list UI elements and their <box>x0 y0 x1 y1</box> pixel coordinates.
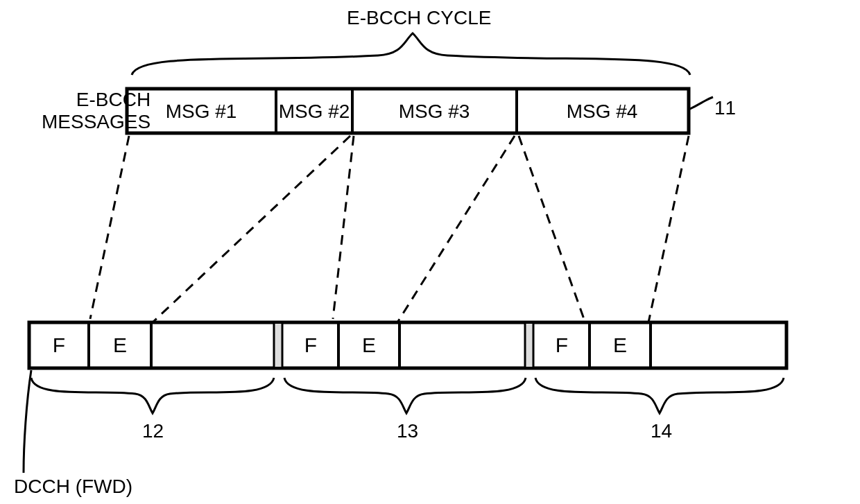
bottom-brace-14 <box>535 378 784 413</box>
brace-num-13: 13 <box>397 420 418 442</box>
slot-f-1: F <box>53 333 65 356</box>
svg-rect-14 <box>274 323 282 367</box>
msg1-label: MSG #1 <box>166 101 237 122</box>
top-brace <box>132 33 690 75</box>
bottom-brace-12 <box>31 378 274 413</box>
slot-e-1: E <box>113 333 127 356</box>
svg-line-7 <box>333 136 354 319</box>
brace-num-12: 12 <box>142 420 164 442</box>
title-label: E-BCCH CYCLE <box>347 7 491 29</box>
svg-line-6 <box>153 136 350 322</box>
dcch-lead <box>24 370 31 473</box>
dcch-label: DCCH (FWD) <box>14 476 132 498</box>
bottom-brace-13 <box>284 378 526 413</box>
slot-f-2: F <box>304 333 317 356</box>
slot-e-3: E <box>613 333 627 356</box>
ebcch-messages-row: MSG #1 MSG #2 MSG #3 MSG #4 <box>127 89 689 133</box>
msg4-label: MSG #4 <box>567 101 638 122</box>
callout-11: 11 <box>689 97 736 119</box>
svg-line-5 <box>90 136 129 319</box>
dcch-row: F E F E F E <box>29 322 786 368</box>
svg-line-9 <box>519 136 584 319</box>
mapping-lines <box>90 136 689 322</box>
brace-num-14: 14 <box>651 420 672 442</box>
slot-e-2: E <box>362 333 376 356</box>
slot-f-3: F <box>556 333 568 356</box>
svg-rect-11 <box>29 322 786 368</box>
svg-line-10 <box>648 136 689 322</box>
msg2-label: MSG #2 <box>279 101 350 122</box>
ebcch-messages-label: E-BCCH MESSAGES <box>42 89 150 133</box>
svg-text:11: 11 <box>714 97 736 119</box>
msg3-label: MSG #3 <box>399 101 470 122</box>
svg-line-8 <box>397 136 515 322</box>
svg-rect-19 <box>525 323 533 367</box>
